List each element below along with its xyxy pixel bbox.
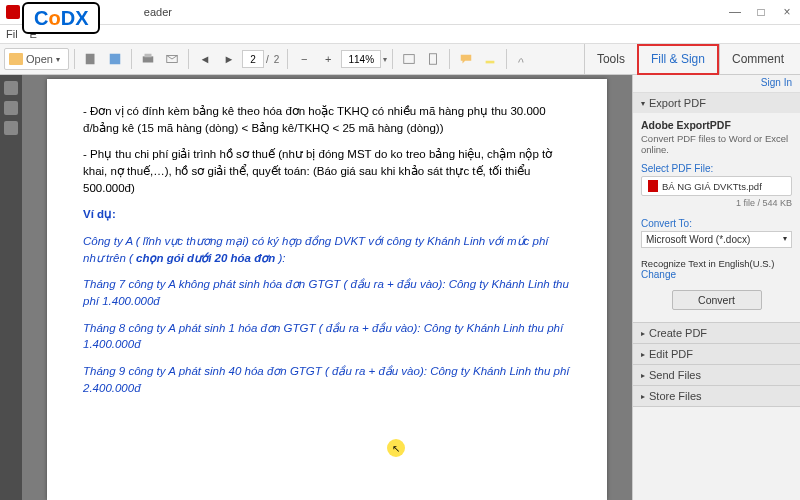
titlebar: BÁ xxxxxxxxxxxxxxxxxx eader — □ × <box>0 0 800 25</box>
page-total: 2 <box>271 54 283 65</box>
separator <box>74 49 75 69</box>
print-icon[interactable] <box>137 48 159 70</box>
body-area: - Đơn vị có đính kèm bảng kê theo hóa đơ… <box>0 75 800 500</box>
edit-pdf-header[interactable]: Edit PDF <box>633 344 800 364</box>
pdf-page: - Đơn vị có đính kèm bảng kê theo hóa đơ… <box>47 79 607 500</box>
file-meta: 1 file / 544 KB <box>641 198 792 208</box>
main-tabs: Tools Fill & Sign Comment <box>584 44 796 75</box>
svg-rect-1 <box>110 54 121 65</box>
tab-comment[interactable]: Comment <box>719 44 796 75</box>
folder-icon <box>9 53 23 65</box>
example-line: Tháng 7 công ty A không phát sinh hóa đơ… <box>83 276 571 309</box>
svg-rect-6 <box>430 54 437 65</box>
sidebar-strip <box>0 75 22 500</box>
window-title: BÁ xxxxxxxxxxxxxxxxxx eader <box>24 6 728 18</box>
example-line: Tháng 9 công ty A phát sinh 40 hóa đơn G… <box>83 363 571 396</box>
export-subtitle: Convert PDF files to Word or Excel onlin… <box>641 133 792 155</box>
minimize-button[interactable]: — <box>728 5 742 19</box>
file-name: BÁ NG GIÁ DVKTts.pdf <box>662 181 762 192</box>
convert-button[interactable]: Convert <box>672 290 762 310</box>
page-up-icon[interactable]: ◄ <box>194 48 216 70</box>
svg-rect-5 <box>404 55 415 64</box>
document-viewport[interactable]: - Đơn vị có đính kèm bảng kê theo hóa đơ… <box>22 75 632 500</box>
save-icon[interactable] <box>104 48 126 70</box>
export-title: Adobe ExportPDF <box>641 119 792 131</box>
tab-fill-sign[interactable]: Fill & Sign <box>637 44 719 75</box>
thumbnails-icon[interactable] <box>4 81 18 95</box>
store-files-header[interactable]: Store Files <box>633 386 800 406</box>
separator <box>287 49 288 69</box>
separator <box>506 49 507 69</box>
sign-in-link[interactable]: Sign In <box>633 75 800 93</box>
bookmarks-icon[interactable] <box>4 101 18 115</box>
paragraph: - Phụ thu chi phí giải trình hồ sơ thuế … <box>83 146 571 196</box>
attachments-icon[interactable] <box>4 121 18 135</box>
pdf-doc-icon <box>6 5 20 19</box>
export-pdf-section: Export PDF Adobe ExportPDF Convert PDF f… <box>633 93 800 323</box>
tools-panel: Sign In Export PDF Adobe ExportPDF Conve… <box>632 75 800 500</box>
convert-format-select[interactable]: Microsoft Word (*.docx) ▾ <box>641 231 792 248</box>
window-controls: — □ × <box>728 5 794 19</box>
zoom-input[interactable] <box>341 50 381 68</box>
example-heading: Ví dụ: <box>83 206 571 223</box>
separator <box>392 49 393 69</box>
selected-file-chip[interactable]: BÁ NG GIÁ DVKTts.pdf <box>641 176 792 196</box>
email-icon[interactable] <box>161 48 183 70</box>
create-pdf-header[interactable]: Create PDF <box>633 323 800 343</box>
fit-width-icon[interactable] <box>398 48 420 70</box>
menubar: Fil E <box>0 25 800 44</box>
comment-bubble-icon[interactable] <box>455 48 477 70</box>
separator <box>449 49 450 69</box>
convert-to-label: Convert To: <box>641 218 792 229</box>
separator <box>188 49 189 69</box>
page-down-icon[interactable]: ► <box>218 48 240 70</box>
paragraph: - Đơn vị có đính kèm bảng kê theo hóa đơ… <box>83 103 571 136</box>
create-pdf-icon[interactable] <box>80 48 102 70</box>
zoom-in-icon[interactable]: + <box>317 48 339 70</box>
zoom-out-icon[interactable]: − <box>293 48 315 70</box>
recognize-text-label: Recognize Text in English(U.S.) <box>641 258 792 269</box>
pdf-file-icon <box>648 180 658 192</box>
separator <box>131 49 132 69</box>
fit-page-icon[interactable] <box>422 48 444 70</box>
svg-rect-2 <box>143 56 154 62</box>
cursor-highlight-icon: ↖ <box>387 439 405 457</box>
close-button[interactable]: × <box>780 5 794 19</box>
example-line: Công ty A ( lĩnh vực thương mại) có ký h… <box>83 233 571 266</box>
tab-tools[interactable]: Tools <box>584 44 637 75</box>
export-pdf-header[interactable]: Export PDF <box>633 93 800 113</box>
highlight-icon[interactable] <box>479 48 501 70</box>
svg-rect-3 <box>144 54 151 58</box>
sign-icon[interactable] <box>512 48 534 70</box>
page-number-input[interactable] <box>242 50 264 68</box>
svg-rect-0 <box>86 54 95 65</box>
open-button[interactable]: Open ▾ <box>4 48 69 70</box>
svg-rect-7 <box>486 61 495 64</box>
example-line: Tháng 8 công ty A phát sinh 1 hóa đơn GT… <box>83 320 571 353</box>
send-files-header[interactable]: Send Files <box>633 365 800 385</box>
page-separator: / <box>266 54 269 65</box>
select-file-label: Select PDF File: <box>641 163 792 174</box>
maximize-button[interactable]: □ <box>754 5 768 19</box>
change-lang-link[interactable]: Change <box>641 269 792 280</box>
toolbar: Open ▾ ◄ ► / 2 − + ▾ Tools Fill & Sign C… <box>0 44 800 75</box>
menu-file[interactable]: Fil <box>6 28 18 40</box>
chevron-down-icon: ▾ <box>783 234 787 245</box>
codx-logo: CoDX <box>22 2 100 34</box>
